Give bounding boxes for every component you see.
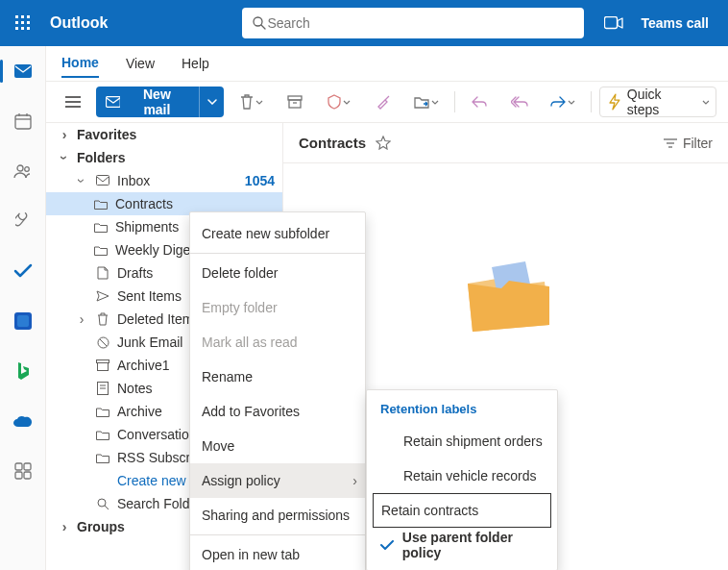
- svg-line-34: [100, 339, 107, 346]
- search-folder-icon: [94, 498, 111, 510]
- svg-rect-6: [15, 27, 18, 30]
- ctx-add-favorites[interactable]: Add to Favorites: [190, 394, 365, 429]
- new-mail-dropdown[interactable]: [199, 87, 224, 117]
- svg-point-40: [98, 499, 106, 507]
- ctx-create-subfolder[interactable]: Create new subfolder: [190, 216, 365, 251]
- tab-home[interactable]: Home: [61, 49, 99, 78]
- reply-all-button[interactable]: [503, 87, 536, 117]
- chevron-right-icon: ›: [58, 519, 71, 534]
- svg-rect-22: [24, 463, 31, 470]
- inbox-icon: [94, 175, 111, 186]
- ctx-move[interactable]: Move: [190, 429, 365, 463]
- chevron-down-icon: [702, 100, 710, 105]
- app-launcher-icon[interactable]: [0, 15, 46, 31]
- archive-icon: [94, 359, 111, 371]
- svg-point-17: [17, 165, 23, 171]
- sweep-button[interactable]: [367, 87, 400, 117]
- rail-files[interactable]: [0, 200, 46, 242]
- move-button[interactable]: [406, 87, 447, 117]
- favorite-star-icon[interactable]: [376, 136, 391, 150]
- rail-more-apps[interactable]: [0, 450, 46, 492]
- svg-rect-12: [14, 64, 32, 78]
- forward-button[interactable]: [543, 87, 583, 117]
- chevron-right-icon: ›: [58, 127, 71, 142]
- rail-calendar[interactable]: [0, 100, 46, 142]
- svg-rect-28: [106, 97, 120, 108]
- retention-header: Retention labels: [367, 398, 557, 424]
- check-icon: [380, 540, 395, 551]
- folder-context-menu: Create new subfolder Delete folder Empty…: [189, 211, 366, 570]
- folder-icon: [94, 430, 111, 440]
- svg-rect-1: [21, 15, 24, 18]
- svg-rect-0: [15, 15, 18, 18]
- search-container: [242, 8, 584, 38]
- svg-line-10: [261, 25, 265, 29]
- svg-rect-24: [24, 472, 31, 479]
- rail-todo[interactable]: [0, 250, 46, 292]
- rail-people[interactable]: [0, 150, 46, 192]
- ctx-assign-policy[interactable]: Assign policy›: [190, 463, 365, 498]
- mail-icon: [106, 96, 121, 108]
- rail-bing[interactable]: [0, 350, 46, 392]
- folder-title: Contracts: [299, 135, 366, 151]
- delete-button[interactable]: [231, 87, 272, 117]
- suite-bar: Outlook Teams call: [0, 0, 728, 46]
- tab-help[interactable]: Help: [182, 50, 209, 77]
- command-row: New mail Quick steps: [46, 81, 728, 123]
- ctx-delete-folder[interactable]: Delete folder: [190, 256, 365, 290]
- svg-rect-13: [15, 115, 31, 129]
- retention-submenu: Retention labels Retain shipment orders …: [366, 389, 558, 570]
- svg-rect-4: [21, 21, 24, 24]
- filter-button[interactable]: Filter: [664, 136, 713, 151]
- notes-icon: [94, 382, 111, 395]
- retention-use-parent[interactable]: Use parent folder policy: [367, 528, 557, 562]
- rail-onedrive[interactable]: [0, 400, 46, 442]
- search-input[interactable]: [267, 15, 574, 31]
- junk-icon: [94, 336, 111, 349]
- hamburger-icon[interactable]: [58, 87, 88, 117]
- reply-button[interactable]: [463, 87, 496, 117]
- quick-steps-button[interactable]: Quick steps: [599, 87, 716, 117]
- unread-count: 1054: [245, 173, 282, 188]
- search-box[interactable]: [242, 8, 584, 38]
- svg-point-18: [24, 167, 29, 172]
- folder-icon: [94, 453, 111, 463]
- chevron-right-icon: ›: [75, 311, 88, 327]
- archive-button[interactable]: [279, 87, 312, 117]
- favorites-section[interactable]: ›Favorites: [46, 123, 282, 146]
- tab-view[interactable]: View: [126, 50, 155, 77]
- svg-rect-5: [27, 21, 30, 24]
- ctx-open-new-tab[interactable]: Open in new tab: [190, 537, 365, 570]
- rail-mail[interactable]: [0, 50, 46, 92]
- rail-word[interactable]: [0, 300, 46, 342]
- ribbon: Home View Help New mail Quick steps: [46, 46, 728, 123]
- retention-shipment[interactable]: Retain shipment orders: [367, 424, 557, 458]
- drafts-icon: [94, 266, 111, 280]
- folder-inbox[interactable]: ›Inbox1054: [46, 169, 282, 192]
- ctx-mark-all-read: Mark all as read: [190, 325, 365, 359]
- separator: [454, 91, 455, 112]
- search-icon: [252, 15, 267, 31]
- retention-contracts[interactable]: Retain contracts: [373, 493, 551, 528]
- folder-icon: [94, 407, 111, 417]
- svg-rect-32: [97, 176, 109, 186]
- filter-label: Filter: [683, 136, 713, 151]
- ctx-empty-folder: Empty folder: [190, 290, 365, 325]
- chevron-down-icon: ›: [57, 151, 72, 164]
- svg-rect-8: [27, 27, 30, 30]
- trash-icon: [94, 312, 111, 326]
- new-mail-button[interactable]: New mail: [96, 87, 200, 117]
- separator: [190, 253, 365, 254]
- retention-vehicle[interactable]: Retain vehicle records: [367, 458, 557, 493]
- lightning-icon: [608, 93, 621, 111]
- ctx-sharing[interactable]: Sharing and permissions: [190, 498, 365, 533]
- separator: [190, 534, 365, 535]
- video-icon[interactable]: [604, 16, 623, 30]
- ctx-rename[interactable]: Rename: [190, 359, 365, 394]
- svg-rect-2: [27, 15, 30, 18]
- report-button[interactable]: [319, 87, 359, 117]
- svg-rect-36: [98, 363, 109, 371]
- teams-call-link[interactable]: Teams call: [641, 15, 709, 31]
- filter-icon: [664, 138, 677, 148]
- folders-section[interactable]: ›Folders: [46, 146, 282, 169]
